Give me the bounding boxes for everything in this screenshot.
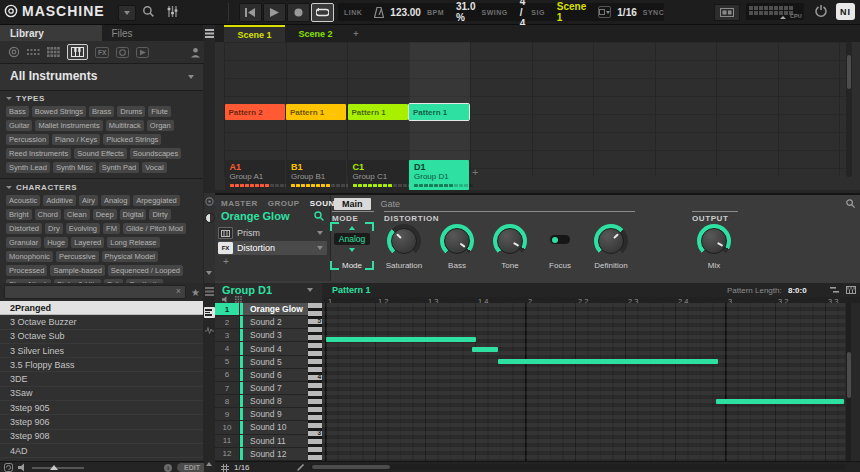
keyboard-mode-icon[interactable] (846, 286, 856, 294)
sound-name[interactable]: Sound 2 (243, 316, 308, 328)
character-tag[interactable]: Airy (79, 195, 98, 206)
pad-mode-icon[interactable] (235, 296, 243, 303)
type-tag[interactable]: Bass (6, 106, 29, 117)
focus-param[interactable]: Focus (538, 224, 582, 270)
mode-value[interactable]: Analog (334, 233, 370, 245)
sound-name[interactable]: Sound 8 (243, 395, 308, 407)
type-tag[interactable]: Percussion (6, 134, 49, 145)
sound-name[interactable]: Sound 5 (243, 356, 308, 368)
result-item[interactable]: 4AD (0, 444, 203, 458)
result-item[interactable]: 3step 905 (0, 401, 203, 415)
favorites-icon[interactable]: ★ (191, 287, 200, 298)
midi-note-1[interactable] (326, 337, 476, 342)
knob-body[interactable] (701, 228, 727, 254)
tab-master[interactable]: MASTER (221, 199, 258, 208)
prehear-speaker-icon[interactable] (18, 463, 27, 472)
keyboard-view-icon[interactable] (204, 307, 215, 318)
param-search-icon[interactable] (845, 198, 856, 209)
stepper-down-icon[interactable] (349, 248, 355, 252)
tab-gate[interactable]: Gate (373, 198, 409, 210)
characters-header[interactable]: CHARACTERS (0, 179, 203, 192)
keyboard-filter-icon[interactable] (67, 44, 88, 60)
group-slot-C1[interactable]: C1Group C1 (348, 160, 408, 190)
editor-hscroll-thumb[interactable] (312, 465, 390, 469)
clear-search-icon[interactable]: × (176, 286, 181, 296)
type-tag[interactable]: Drums (117, 106, 145, 117)
quick-browse-icon[interactable] (313, 210, 325, 222)
sound-row-9[interactable]: 9Sound 9 (215, 408, 308, 421)
sound-name[interactable]: Orange Glow (243, 303, 308, 315)
type-tag[interactable]: Brass (89, 106, 114, 117)
type-tag[interactable]: Vocal (142, 162, 166, 173)
add-scene-button[interactable]: + (346, 25, 366, 42)
sound-row-4[interactable]: 4Sound 4 (215, 342, 308, 355)
pattern-length-value[interactable]: 8:0:0 (788, 286, 807, 295)
result-item[interactable]: 3step 908 (0, 430, 203, 444)
result-item[interactable]: 3 Silver Lines (0, 344, 203, 358)
character-tag[interactable]: Layered (71, 237, 104, 248)
note-grid[interactable] (322, 303, 845, 461)
sound-row-6[interactable]: 6Sound 6 (215, 369, 308, 382)
result-item[interactable]: 3DE (0, 372, 203, 386)
result-item[interactable]: 2Pranged (0, 301, 203, 315)
tab-files[interactable]: Files (102, 25, 204, 41)
pattern-slot-A1[interactable]: Pattern 2 (225, 104, 285, 120)
search-button[interactable] (141, 4, 156, 19)
result-item[interactable]: 3.5 Floppy Bass (0, 358, 203, 372)
metronome-icon[interactable] (374, 7, 384, 18)
type-tag[interactable]: Multitrack (106, 120, 144, 131)
character-tag[interactable]: Deep (93, 209, 117, 220)
bpm-value[interactable]: 123.00 (390, 7, 421, 18)
knob-mix[interactable]: Mix (692, 224, 736, 270)
result-item[interactable]: 3step 906 (0, 415, 203, 429)
sound-row-7[interactable]: 7Sound 7 (215, 382, 308, 395)
pattern-slot-B1[interactable]: Pattern 1 (286, 104, 346, 120)
audio-view-icon[interactable] (205, 326, 214, 335)
scene-tab-2[interactable]: Scene 2 (285, 25, 346, 42)
scene-indicator[interactable]: Scene 1 (557, 1, 586, 23)
character-tag[interactable]: Additive (43, 195, 76, 206)
chevron-down-icon[interactable] (307, 288, 313, 292)
instrument-filter[interactable]: All Instruments (0, 64, 203, 91)
arranger-view-icon[interactable] (205, 29, 214, 38)
ni-logo[interactable]: NI (836, 3, 855, 20)
character-tag[interactable]: Monophonic (6, 251, 53, 262)
character-tag[interactable]: Processed (6, 265, 47, 276)
macro-icon[interactable] (205, 197, 214, 206)
sound-name[interactable]: Sound 4 (243, 342, 308, 354)
midi-note-2[interactable] (472, 347, 498, 352)
plugin-slot-distortion[interactable]: FX Distortion (218, 241, 327, 255)
character-tag[interactable]: Arpeggiated (133, 195, 179, 206)
character-tag[interactable]: Acoustic (6, 195, 40, 206)
grid-value[interactable]: 1/16 (234, 463, 250, 472)
result-item[interactable]: 3 Octave Buzzer (0, 315, 203, 329)
editor-group-header[interactable]: Group D1 (215, 283, 323, 297)
scene-tab-1[interactable]: Scene 1 (224, 25, 285, 42)
sound-name[interactable]: Sound 10 (243, 421, 308, 433)
mixer-view-button[interactable] (165, 4, 180, 19)
mode-param[interactable]: Analog Mode (330, 222, 374, 270)
knob-saturation[interactable]: Saturation (382, 224, 426, 270)
type-tag[interactable]: Organ (147, 120, 174, 131)
drum-pads-icon[interactable] (27, 47, 40, 57)
pattern-slot-C1[interactable]: Pattern 1 (348, 104, 408, 120)
sound-row-5[interactable]: 5Sound 5 (215, 356, 308, 369)
character-tag[interactable]: Digital (120, 209, 147, 220)
character-tag[interactable]: Distorted (6, 223, 42, 234)
character-tag[interactable]: Sequenced / Looped (108, 265, 183, 276)
type-tag[interactable]: Piano / Keys (52, 134, 100, 145)
play-button[interactable] (263, 3, 286, 22)
swing-value[interactable]: 31.0 % (456, 1, 475, 23)
sound-name[interactable]: Sound 11 (243, 435, 308, 447)
info-icon[interactable]: i (164, 464, 172, 472)
character-tag[interactable]: Chord (35, 209, 61, 220)
group-slot-A1[interactable]: A1Group A1 (225, 160, 285, 190)
tab-group[interactable]: GROUP (268, 199, 300, 208)
type-tag[interactable]: Synth Misc (53, 162, 96, 173)
sound-row-1[interactable]: 1Orange Glow (215, 303, 308, 316)
type-tag[interactable]: Soundscapes (130, 148, 181, 159)
chevron-down-icon[interactable] (317, 246, 323, 250)
sound-name[interactable]: Sound 6 (243, 369, 308, 381)
knob-body[interactable] (444, 228, 470, 254)
grid-icon[interactable] (221, 464, 229, 472)
